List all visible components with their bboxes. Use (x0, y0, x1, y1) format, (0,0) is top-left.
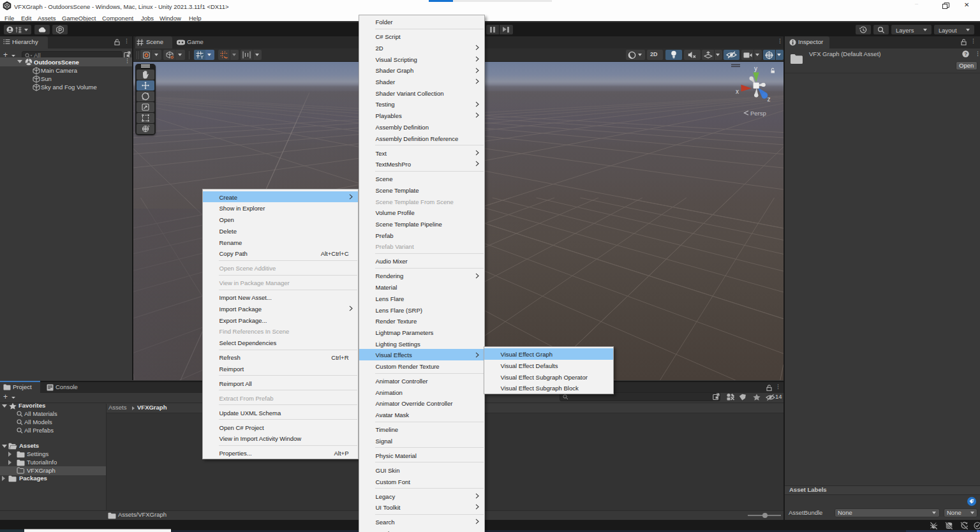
svg-text:z: z (768, 96, 771, 103)
svg-text:y: y (754, 65, 757, 72)
svg-text:?: ? (964, 51, 967, 57)
svg-text:x: x (736, 88, 739, 95)
